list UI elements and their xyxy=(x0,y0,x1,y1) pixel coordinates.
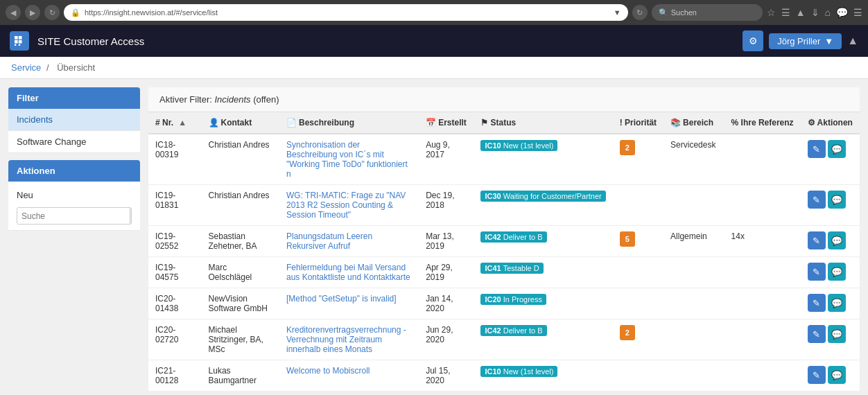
expand-icon[interactable]: ▲ xyxy=(847,35,858,47)
table-row: IC19-04575Marc OelschlägelFehlermeldung … xyxy=(148,257,860,288)
sidebar-search-input[interactable] xyxy=(17,209,130,224)
forward-button[interactable]: ▶ xyxy=(25,5,40,20)
beschreibung-link[interactable]: Synchronisation der Beschreibung von IC´… xyxy=(286,140,408,179)
sidebar: Filter Incidents Software Change Aktione… xyxy=(8,87,140,392)
filter-suffix: (offen) xyxy=(253,94,279,105)
refresh-button[interactable]: ↻ xyxy=(632,5,648,20)
edit-button[interactable]: ✎ xyxy=(808,325,826,343)
th-bereich[interactable]: 📚Bereich xyxy=(663,112,724,134)
sidebar-item-incidents[interactable]: Incidents xyxy=(8,109,140,131)
comment-button[interactable]: 💬 xyxy=(828,140,846,158)
table-header-row: # Nr. ▲ 👤Kontakt 📄Beschreibung 📅Erstellt… xyxy=(148,112,860,134)
cell-bereich xyxy=(663,185,724,226)
settings-icon: ⚙ xyxy=(808,118,815,128)
sort-icon-nr: ▲ xyxy=(178,118,186,128)
edit-button[interactable]: ✎ xyxy=(808,263,826,281)
cell-status: IC10 New (1st level) xyxy=(474,134,612,185)
cell-aktionen: ✎ 💬 xyxy=(801,360,860,392)
cell-referenz xyxy=(724,185,801,226)
edit-button[interactable]: ✎ xyxy=(808,140,826,158)
beschreibung-link[interactable]: Kreditorenvertragsverrechnung - Verrechn… xyxy=(286,325,406,354)
th-kontakt[interactable]: 👤Kontakt xyxy=(202,112,279,134)
app-title: SITE Customer Access xyxy=(37,35,144,47)
edit-button[interactable]: ✎ xyxy=(808,294,826,312)
th-nr[interactable]: # Nr. ▲ xyxy=(148,112,202,134)
comment-button[interactable]: 💬 xyxy=(828,294,846,312)
svg-rect-5 xyxy=(19,44,20,46)
search-icon: 🔍 xyxy=(659,8,668,17)
cell-kontakt: Lukas Baumgartner xyxy=(202,360,279,392)
status-badge: IC30 Waiting for Customer/Partner xyxy=(480,191,605,202)
app-header-left: SITE Customer Access xyxy=(10,31,144,51)
svg-rect-4 xyxy=(15,44,16,46)
table-row: IC19-02552Sebastian Zehetner, BAPlanungs… xyxy=(148,226,860,257)
reader-icon[interactable]: ☰ xyxy=(781,7,790,18)
user-menu-button[interactable]: Jörg Priller ▼ xyxy=(769,33,842,49)
cell-status: IC20 In Progress xyxy=(474,288,612,319)
edit-button[interactable]: ✎ xyxy=(808,366,826,384)
beschreibung-link[interactable]: [Method "GetSetup" is invalid] xyxy=(286,294,397,304)
cell-aktionen: ✎ 💬 xyxy=(801,185,860,226)
beschreibung-link[interactable]: Fehlermeldung bei Mail Versand aus Konta… xyxy=(286,263,410,282)
neu-button[interactable]: Neu xyxy=(17,187,132,203)
sidebar-actions-body: Neu 🔍 xyxy=(8,182,140,231)
cell-bereich xyxy=(663,360,724,392)
table-body: IC18-00319Christian AndresSynchronisatio… xyxy=(148,134,860,392)
shield-icon[interactable]: ▲ xyxy=(796,7,806,18)
cell-nr: IC19-01831 xyxy=(148,185,202,226)
search-bar[interactable]: 🔍 Suchen xyxy=(652,4,763,21)
reload-button[interactable]: ↻ xyxy=(44,5,60,20)
th-erstellt[interactable]: 📅Erstellt xyxy=(419,112,474,134)
file-icon: 📄 xyxy=(286,118,297,128)
beschreibung-link[interactable]: Welcome to Mobiscroll xyxy=(286,366,370,376)
comment-button[interactable]: 💬 xyxy=(828,263,846,281)
filter-header: Filter xyxy=(8,87,140,109)
th-status[interactable]: ⚑Status xyxy=(474,112,612,134)
table-row: IC21-00128Lukas BaumgartnerWelcome to Mo… xyxy=(148,360,860,392)
th-beschreibung[interactable]: 📄Beschreibung xyxy=(279,112,419,134)
cell-kontakt: Sebastian Zehetner, BA xyxy=(202,226,279,257)
download-icon[interactable]: ⇓ xyxy=(811,7,819,18)
sidebar-item-software-change[interactable]: Software Change xyxy=(8,131,140,153)
svg-rect-1 xyxy=(19,36,22,40)
comment-button[interactable]: 💬 xyxy=(828,325,846,343)
th-aktionen[interactable]: ⚙Aktionen xyxy=(801,112,860,134)
flag-icon: ⚑ xyxy=(480,118,488,128)
cell-prioritat: 2 xyxy=(613,134,663,185)
browser-bar: ◀ ▶ ↻ 🔒 https://insight.newvision.at/#/s… xyxy=(0,0,868,25)
back-button[interactable]: ◀ xyxy=(6,5,21,20)
table-row: IC19-01831Christian AndresWG: TRI-MATIC:… xyxy=(148,185,860,226)
sidebar-search-button[interactable]: 🔍 xyxy=(130,208,132,224)
cell-referenz xyxy=(724,319,801,360)
status-badge: IC10 New (1st level) xyxy=(480,366,557,377)
cell-aktionen: ✎ 💬 xyxy=(801,134,860,185)
breadcrumb-separator: / xyxy=(46,62,49,73)
chat-icon[interactable]: 💬 xyxy=(836,7,848,18)
grid-menu-button[interactable] xyxy=(10,31,29,51)
url-bar[interactable]: 🔒 https://insight.newvision.at/#/service… xyxy=(64,4,628,21)
menu-icon[interactable]: ☰ xyxy=(853,7,862,18)
th-referenz[interactable]: % Ihre Referenz xyxy=(724,112,801,134)
cell-referenz xyxy=(724,288,801,319)
bookmark-icon[interactable]: ☆ xyxy=(767,7,776,18)
cell-beschreibung: [Method "GetSetup" is invalid] xyxy=(279,288,419,319)
beschreibung-link[interactable]: Planungsdatum Leeren Rekursiver Aufruf xyxy=(286,231,372,251)
beschreibung-link[interactable]: WG: TRI-MATIC: Frage zu "NAV 2013 R2 Ses… xyxy=(286,191,406,220)
edit-button[interactable]: ✎ xyxy=(808,191,826,209)
user-dropdown-icon: ▼ xyxy=(824,36,833,46)
cell-prioritat xyxy=(613,185,663,226)
filter-label: Aktiver Filter: xyxy=(159,94,212,105)
settings-button[interactable]: ⚙ xyxy=(743,30,763,51)
breadcrumb-service[interactable]: Service xyxy=(11,62,41,73)
home-icon[interactable]: ⌂ xyxy=(825,7,831,18)
edit-button[interactable]: ✎ xyxy=(808,231,826,249)
th-prioritat[interactable]: ! Priorität xyxy=(613,112,663,134)
cell-prioritat xyxy=(613,288,663,319)
comment-button[interactable]: 💬 xyxy=(828,366,846,384)
comment-button[interactable]: 💬 xyxy=(828,191,846,209)
comment-button[interactable]: 💬 xyxy=(828,231,846,249)
person-icon: 👤 xyxy=(209,118,219,128)
cell-erstellt: Mar 13, 2019 xyxy=(419,226,474,257)
content-area: Aktiver Filter: Incidents (offen) # Nr. … xyxy=(148,87,860,392)
breadcrumb: Service / Übersicht xyxy=(0,57,868,79)
